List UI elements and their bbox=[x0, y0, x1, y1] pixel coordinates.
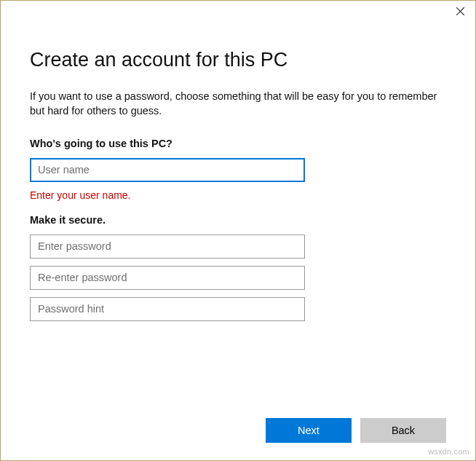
back-button[interactable]: Back bbox=[360, 418, 446, 443]
secure-section-label: Make it secure. bbox=[30, 214, 446, 226]
page-subtitle: If you want to use a password, choose so… bbox=[30, 89, 445, 119]
username-input[interactable] bbox=[30, 158, 305, 182]
password-input[interactable] bbox=[30, 235, 305, 259]
next-button[interactable]: Next bbox=[266, 418, 352, 443]
password-hint-input[interactable] bbox=[30, 297, 305, 321]
watermark: wsxdn.com bbox=[428, 447, 469, 456]
user-section-label: Who's going to use this PC? bbox=[30, 138, 446, 149]
confirm-password-input[interactable] bbox=[30, 266, 305, 290]
page-title: Create an account for this PC bbox=[30, 49, 446, 71]
close-icon[interactable] bbox=[456, 7, 465, 16]
username-error: Enter your user name. bbox=[30, 189, 446, 201]
